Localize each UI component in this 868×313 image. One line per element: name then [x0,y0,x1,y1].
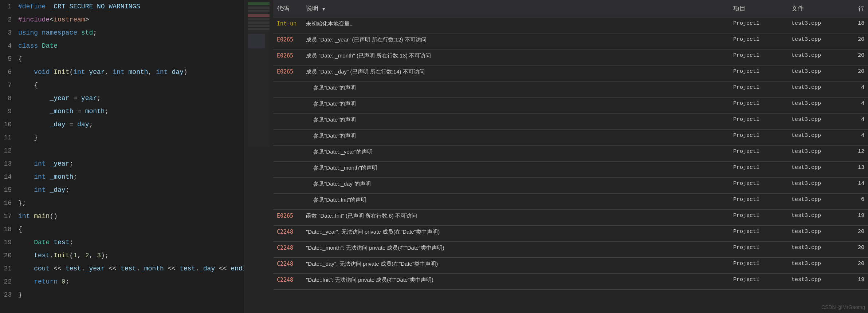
error-row[interactable]: C2248"Date::_year": 无法访问 private 成员(在"Da… [273,226,868,242]
error-project: Project1 [733,52,792,59]
error-file: test3.cpp [792,36,843,43]
code-line: return 0; [18,275,244,288]
code-line: #define _CRT_SECURE_NO_WARNINGS [18,0,244,13]
error-row[interactable]: C2248"Date::_month": 无法访问 private 成员(在"D… [273,242,868,258]
error-project: Project1 [733,212,792,219]
error-project: Project1 [733,244,792,251]
error-file: test3.cpp [792,100,843,107]
line-number: 1 [0,0,12,13]
col-header-file: 文件 [792,4,843,13]
error-project: Project1 [733,148,792,155]
error-desc: 参见"Date"的声明 [313,100,733,107]
error-row[interactable]: 参见"Date"的声明Project1test3.cpp4 [273,82,868,98]
error-desc: 参见"Date::Init"的声明 [313,196,733,203]
error-desc: 参见"Date::_day"的声明 [313,180,733,187]
error-code: C2248 [277,228,306,235]
error-line-num: 20 [843,228,864,235]
code-content[interactable]: #define _CRT_SECURE_NO_WARNINGS#include<… [15,0,244,313]
error-line-num: 20 [843,260,864,267]
error-desc: "Date::_month": 无法访问 private 成员(在"Date"类… [306,244,733,251]
error-row[interactable]: Int-un未初始化本地变量。Project1test3.cpp18 [273,17,868,33]
error-desc: "Date::_year": 无法访问 private 成员(在"Date"类中… [306,228,733,235]
error-row[interactable]: 参见"Date::_year"的声明Project1test3.cpp12 [273,146,868,162]
line-number: 12 [0,144,12,157]
line-number: 23 [0,288,12,301]
line-number: 6 [0,66,12,79]
error-line-num: 12 [843,148,864,155]
code-line: test.Init(1, 2, 3); [18,249,244,262]
code-line [18,144,244,157]
error-code [284,180,313,181]
error-file: test3.cpp [792,276,843,283]
code-line: int _day; [18,183,244,197]
line-number: 15 [0,183,12,197]
error-row[interactable]: 参见"Date"的声明Project1test3.cpp4 [273,130,868,146]
error-panel: 代码 说明 ▼ 项目 文件 行 Int-un未初始化本地变量。Project1t… [273,0,868,313]
error-desc: 参见"Date"的声明 [313,132,733,139]
error-project: Project1 [733,20,792,27]
line-number: 8 [0,92,12,105]
error-code [284,84,313,84]
line-number: 3 [0,26,12,39]
error-project: Project1 [733,36,792,43]
line-number: 19 [0,236,12,249]
error-project: Project1 [733,164,792,171]
line-number: 20 [0,249,12,262]
line-number: 22 [0,275,12,288]
editor-pane[interactable]: 1234567891011121314151617181920212223 #d… [0,0,244,313]
code-line: int main() [18,210,244,223]
error-desc: 参见"Date::_year"的声明 [313,148,733,155]
error-row[interactable]: E0265成员 "Date::_day" (已声明 所在行数:14) 不可访问P… [273,66,868,82]
error-file: test3.cpp [792,132,843,139]
error-desc: 参见"Date::_month"的声明 [313,164,733,171]
error-project: Project1 [733,196,792,203]
error-desc: 参见"Date"的声明 [313,84,733,91]
code-area: 1234567891011121314151617181920212223 #d… [0,0,244,313]
code-line: { [18,79,244,92]
code-line: Date test; [18,236,244,249]
error-code: E0265 [277,212,306,219]
error-row[interactable]: E0265成员 "Date::_month" (已声明 所在行数:13) 不可访… [273,49,868,66]
error-row[interactable]: E0265函数 "Date::Init" (已声明 所在行数:6) 不可访问Pr… [273,210,868,226]
error-file: test3.cpp [792,20,843,27]
error-line-num: 18 [843,20,864,27]
error-line-num: 14 [843,180,864,187]
col-header-project: 项目 [733,4,792,13]
error-line-num: 4 [843,132,864,139]
error-row[interactable]: 参见"Date::_month"的声明Project1test3.cpp13 [273,162,868,178]
error-project: Project1 [733,228,792,235]
error-line-num: 13 [843,164,864,171]
col-header-line: 行 [843,4,864,13]
sort-icon[interactable]: ▼ [322,7,326,12]
line-numbers: 1234567891011121314151617181920212223 [0,0,15,313]
error-row[interactable]: 参见"Date"的声明Project1test3.cpp4 [273,114,868,130]
error-project: Project1 [733,68,792,75]
error-project: Project1 [733,260,792,267]
error-row[interactable]: 参见"Date::Init"的声明Project1test3.cpp6 [273,194,868,210]
line-number: 10 [0,118,12,131]
minimap-pane [244,0,273,313]
error-line-num: 20 [843,244,864,251]
error-desc: 成员 "Date::_day" (已声明 所在行数:14) 不可访问 [306,68,733,75]
code-line: #include<iostream> [18,13,244,26]
error-project: Project1 [733,84,792,91]
error-desc: "Date::_day": 无法访问 private 成员(在"Date"类中声… [306,260,733,268]
error-project: Project1 [733,116,792,123]
error-file: test3.cpp [792,180,843,187]
error-code [284,116,313,116]
error-code [284,164,313,165]
error-row[interactable]: C2248"Date::Init": 无法访问 private 成员(在"Dat… [273,274,868,290]
error-row[interactable]: 参见"Date::_day"的声明Project1test3.cpp14 [273,178,868,194]
line-number: 2 [0,13,12,26]
line-number: 21 [0,262,12,275]
error-list[interactable]: Int-un未初始化本地变量。Project1test3.cpp18E0265成… [273,17,868,313]
error-row[interactable]: C2248"Date::_day": 无法访问 private 成员(在"Dat… [273,258,868,274]
error-code [284,196,313,197]
desc-label: 说明 [306,5,318,12]
line-number: 7 [0,79,12,92]
code-line: cout << test._year << test._month << tes… [18,262,244,275]
code-line: void Init(int year, int month, int day) [18,66,244,79]
error-code [284,132,313,132]
error-row[interactable]: E0265成员 "Date::_year" (已声明 所在行数:12) 不可访问… [273,33,868,49]
error-row[interactable]: 参见"Date"的声明Project1test3.cpp4 [273,98,868,114]
